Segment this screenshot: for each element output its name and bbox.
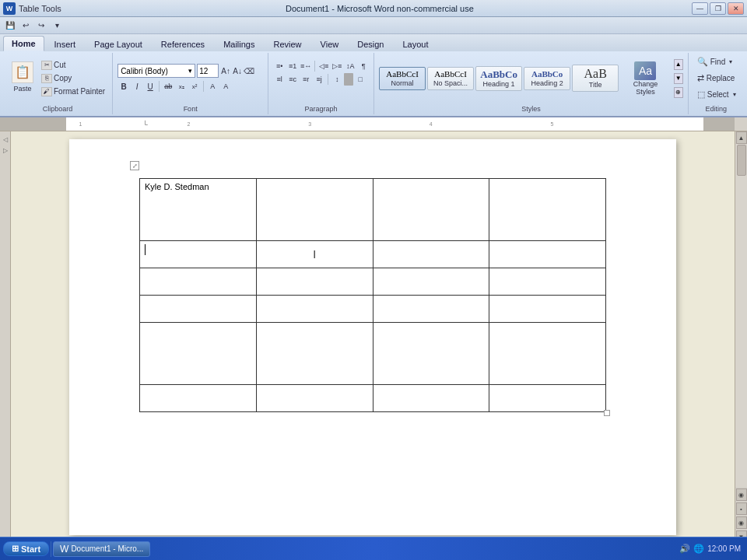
superscript-button[interactable]: x² [188,80,201,93]
table-cell-2-1[interactable] [256,268,373,296]
table-cell-5-1[interactable] [256,385,373,412]
subscript-button[interactable]: x₂ [175,80,188,93]
table-cell-0-2[interactable] [373,179,489,241]
font-name-input[interactable]: Calibri (Body) ▾ [117,64,195,78]
table-cell-4-1[interactable] [256,323,373,385]
table-cell-3-0[interactable] [140,296,257,323]
font-grow-button[interactable]: A↑ [220,65,231,76]
tab-mailings[interactable]: Mailings [215,37,263,51]
border-button[interactable]: □ [354,73,366,86]
highlight-button[interactable]: A [206,80,219,93]
table-cell-4-2[interactable] [373,323,489,385]
customize-quick-btn[interactable]: ▾ [50,19,64,33]
copy-button[interactable]: ⎘ Copy [39,72,107,85]
styles-scroll-down[interactable]: ▼ [674,73,683,84]
document-area[interactable]: ⤢ Kyle D. Stedman [11,131,735,543]
table-cell-5-3[interactable] [489,385,606,412]
table-cell-2-2[interactable] [373,268,489,296]
sort-button[interactable]: ↕A [344,60,356,72]
styles-more[interactable]: ⊕ [674,87,683,98]
redo-quick-btn[interactable]: ↪ [34,19,48,33]
replace-button[interactable]: ⇄ Replace [693,71,740,86]
scroll-up-button[interactable]: ▲ [736,131,747,144]
minimize-button[interactable]: — [692,2,708,15]
styles-scroll-up[interactable]: ▲ [674,59,683,70]
table-cell-4-3[interactable] [489,323,606,385]
style-normal-button[interactable]: AaBbCcI Normal [379,67,426,90]
font-shrink-button[interactable]: A↓ [232,65,243,76]
clear-format-button[interactable]: ⌫ [244,65,254,76]
table-cell-4-0[interactable] [140,323,257,385]
scroll-thumb[interactable] [737,145,746,176]
scroll-track[interactable] [735,144,747,487]
table-cell-5-2[interactable] [373,385,489,412]
table-cell-0-0[interactable]: Kyle D. Stedman [140,179,257,241]
table-resize-handle[interactable] [604,410,610,416]
tab-design[interactable]: Design [349,37,392,51]
underline-button[interactable]: U [144,80,156,93]
prev-page-button[interactable]: ◉ [736,488,747,501]
table-cell-3-3[interactable] [489,296,606,323]
left-shrink-btn[interactable]: ▷ [1,145,10,155]
undo-quick-btn[interactable]: ↩ [19,19,33,33]
format-painter-button[interactable]: 🖌 Format Painter [39,86,107,98]
strikethrough-button[interactable]: ab [162,80,174,93]
left-expand-btn[interactable]: ◁ [1,135,10,144]
paste-button[interactable]: 📋 Paste [8,59,37,95]
align-center-button[interactable]: ≡c [286,73,299,86]
shading-button[interactable] [344,73,353,86]
tab-home[interactable]: Home [3,36,44,51]
align-right-button[interactable]: ≡r [300,73,312,86]
table-cell-1-3[interactable] [489,241,606,268]
table-cell-3-1[interactable] [256,296,373,323]
align-left-button[interactable]: ≡l [273,73,286,86]
bold-button[interactable]: B [117,80,130,93]
table-cell-5-0[interactable] [140,385,257,412]
tab-page-layout[interactable]: Page Layout [86,37,151,51]
close-button[interactable]: ✕ [728,2,744,15]
outline-list-button[interactable]: ≡↔ [300,60,312,72]
font-size-input[interactable]: 12 [197,64,219,78]
table-cell-1-2[interactable] [373,241,489,268]
taskbar-word-app[interactable]: W Document1 - Micro... [53,541,150,557]
save-quick-btn[interactable]: 💾 [3,19,17,33]
show-marks-button[interactable]: ¶ [357,60,370,72]
decrease-indent-button[interactable]: ◁≡ [317,60,330,72]
style-heading2-button[interactable]: AaBbCo Heading 2 [524,67,570,90]
select-browse-button[interactable]: • [736,502,747,515]
table-wrapper: ⤢ Kyle D. Stedman [139,170,606,412]
table-cell-0-1[interactable] [256,179,373,241]
next-page-button[interactable]: ◉ [736,516,747,529]
tab-layout[interactable]: Layout [394,37,437,51]
find-button[interactable]: 🔍 Find ▾ [693,54,740,69]
select-button[interactable]: ⬚ Select ▾ [693,87,740,102]
cut-button[interactable]: ✂ Cut [39,59,107,72]
document-table[interactable]: Kyle D. Stedman I [139,178,606,412]
font-color-button[interactable]: A [219,80,232,93]
table-cell-2-0[interactable] [140,268,257,296]
table-cell-3-2[interactable] [373,296,489,323]
number-list-button[interactable]: ≡1 [286,60,299,72]
tab-view[interactable]: View [312,37,348,51]
bullet-list-button[interactable]: ≡• [273,60,286,72]
font-group-content: Calibri (Body) ▾ 12 A↑ A↓ ⌫ B I U [117,54,254,113]
style-heading1-button[interactable]: AaBbCo Heading 1 [475,66,522,91]
ribbon-tab-bar: Home Insert Page Layout References Maili… [0,34,747,51]
table-cell-1-0[interactable] [140,241,257,268]
start-button[interactable]: ⊞ Start [3,541,49,556]
tab-insert[interactable]: Insert [46,37,85,51]
table-cell-2-3[interactable] [489,268,606,296]
increase-indent-button[interactable]: ▷≡ [331,60,343,72]
line-spacing-button[interactable]: ↕ [331,73,343,86]
style-no-spacing-button[interactable]: AaBbCcI No Spaci... [427,67,474,90]
italic-button[interactable]: I [131,80,143,93]
change-styles-button[interactable]: Aa Change Styles [620,59,671,98]
table-cell-1-1[interactable]: I [256,241,373,268]
align-justify-button[interactable]: ≡j [313,73,325,86]
tab-references[interactable]: References [153,37,213,51]
table-move-handle[interactable]: ⤢ [130,161,139,170]
style-title-button[interactable]: AaB Title [572,65,619,92]
table-cell-0-3[interactable] [489,179,606,241]
tab-review[interactable]: Review [265,37,310,51]
restore-button[interactable]: ❐ [710,2,726,15]
